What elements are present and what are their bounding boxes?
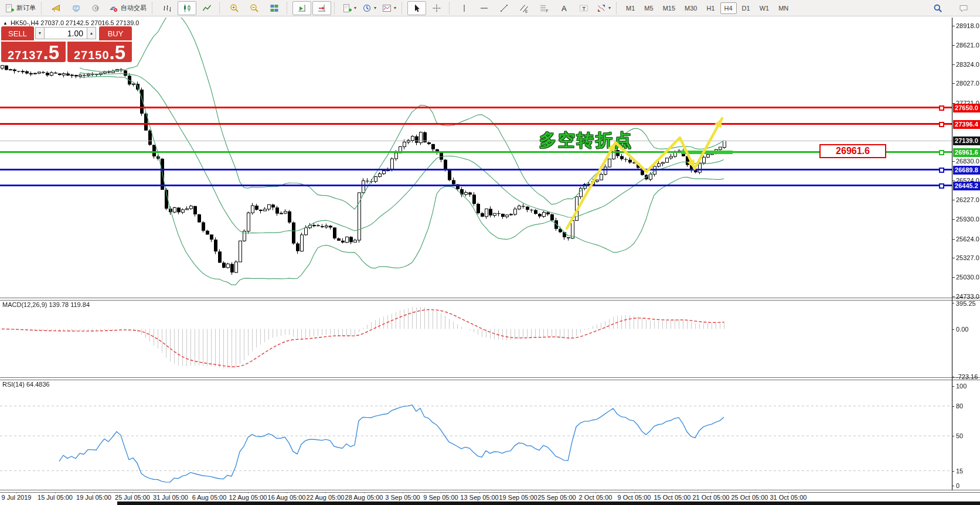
label-button[interactable]: T: [574, 1, 593, 15]
zoom-out-button[interactable]: [245, 1, 264, 15]
price-axis-tick-mark: [952, 219, 955, 220]
chevron-down-icon[interactable]: ▾: [374, 5, 376, 11]
turning-point-annotation[interactable]: 多空转折点: [539, 129, 633, 152]
time-axis-label: 28 Aug 05:00: [345, 494, 383, 501]
time-axis-splitter[interactable]: [0, 490, 980, 493]
autotrading-button[interactable]: 自动交易: [107, 1, 149, 15]
candlestick-chart-button[interactable]: [178, 1, 196, 15]
price-level-flag[interactable]: 26961.6: [819, 144, 886, 158]
signals-button[interactable]: [87, 1, 106, 15]
rsi-axis-label: 0: [956, 482, 959, 489]
horizontal-level-line[interactable]: [0, 185, 952, 186]
rsi-pane-splitter[interactable]: [0, 377, 980, 380]
toolbar-separator: [449, 2, 452, 14]
cursor-button[interactable]: [407, 1, 426, 15]
crosshair-button[interactable]: [427, 1, 446, 15]
green-highlight-segment[interactable]: [681, 151, 733, 154]
timeframe-h1-button[interactable]: H1: [702, 2, 719, 14]
timeframe-m15-button[interactable]: M15: [659, 2, 679, 14]
level-price-badge: 27650.0: [953, 104, 980, 112]
text-button[interactable]: A: [554, 1, 573, 15]
buy-button[interactable]: BUY: [99, 26, 132, 40]
metaeditor-button[interactable]: [47, 1, 66, 15]
periods-button[interactable]: ▾: [360, 1, 379, 15]
collapse-triangle-icon[interactable]: ▲: [3, 21, 8, 26]
macd-indicator-canvas[interactable]: [0, 300, 952, 378]
level-price-badge: 26445.2: [953, 182, 980, 190]
rsi-indicator-canvas[interactable]: [0, 380, 952, 490]
price-axis-tick-label: 25327.0: [956, 254, 979, 261]
new-order-button[interactable]: 新订单: [2, 1, 38, 15]
line-handle[interactable]: [939, 122, 944, 127]
channel-button[interactable]: E: [515, 1, 533, 15]
time-axis-label: 25 Jul 05:00: [115, 494, 150, 501]
volume-input[interactable]: [45, 27, 87, 39]
chevron-down-icon[interactable]: ▾: [608, 5, 611, 11]
buy-price-button[interactable]: 27150 .5: [67, 42, 132, 62]
timeframe-m30-button[interactable]: M30: [680, 2, 701, 14]
horizontal-level-line[interactable]: [0, 123, 952, 125]
horizontal-level-line[interactable]: [0, 107, 952, 108]
line-chart-button[interactable]: [198, 1, 216, 15]
chevron-down-icon[interactable]: ▾: [394, 5, 396, 11]
new-order-button-label: 新订单: [16, 4, 36, 12]
fibonacci-button[interactable]: F: [535, 1, 553, 15]
arrows-button[interactable]: ▾: [594, 1, 613, 15]
toolbar-right-icons: [928, 1, 978, 15]
sell-price-main: 27137: [8, 49, 43, 62]
macd-pane-splitter[interactable]: [0, 298, 980, 301]
timeframe-h4-button[interactable]: H4: [720, 2, 737, 14]
chevron-down-icon[interactable]: ▾: [354, 5, 356, 11]
price-axis-tick-label: 25624.0: [956, 236, 979, 243]
chart-shift-button[interactable]: [312, 1, 331, 15]
price-axis-tick-label: 26830.0: [956, 158, 979, 165]
price-axis-tick-mark: [952, 64, 955, 65]
line-handle[interactable]: [939, 150, 944, 155]
toolbar-separator: [41, 2, 44, 14]
price-axis-tick-label: 25930.0: [956, 216, 979, 223]
trendline-button[interactable]: [495, 1, 513, 15]
sell-button[interactable]: SELL: [1, 26, 34, 40]
rsi-axis-tick-mark: [952, 486, 954, 486]
sell-price-button[interactable]: 27137 .5: [1, 42, 66, 62]
terminal-button[interactable]: [67, 1, 86, 15]
main-chart-canvas[interactable]: [0, 18, 952, 298]
toolbar-separator: [219, 2, 222, 14]
search-button[interactable]: [928, 1, 947, 15]
time-axis-label: 9 Oct 05:00: [618, 494, 651, 501]
line-handle[interactable]: [939, 183, 944, 189]
timeframe-mn-button[interactable]: MN: [774, 2, 792, 14]
indicators-button[interactable]: ▾: [340, 1, 359, 15]
macd-axis-tick-mark: [952, 329, 954, 330]
horizontal-line-button[interactable]: [475, 1, 494, 15]
one-click-trading-panel: SELL ▼ ▲ BUY 27137 .5 27150 .5: [1, 26, 132, 62]
price-axis-line[interactable]: [952, 18, 952, 490]
timeframe-m1-button[interactable]: M1: [622, 2, 639, 14]
current-price-line[interactable]: [0, 141, 952, 141]
line-handle[interactable]: [939, 105, 944, 111]
timeframe-d1-button[interactable]: D1: [738, 2, 754, 14]
line-handle[interactable]: [939, 168, 944, 173]
time-axis-label: 19 Jul 05:00: [76, 494, 111, 501]
price-axis-tick-mark: [952, 26, 955, 26]
time-axis-label: 25 Oct 05:00: [731, 494, 768, 501]
horizontal-level-line[interactable]: [0, 169, 952, 170]
zoom-in-button[interactable]: [225, 1, 244, 15]
price-axis-tick-mark: [952, 296, 955, 297]
bar-chart-button[interactable]: [158, 1, 176, 15]
vertical-line-button[interactable]: [455, 1, 474, 15]
timeframe-w1-button[interactable]: W1: [756, 2, 774, 14]
volume-increase-button[interactable]: ▲: [87, 27, 96, 39]
price-axis-tick-label: 28324.0: [956, 61, 979, 68]
templates-button[interactable]: ▾: [380, 1, 399, 15]
time-axis-label: 31 Oct 05:00: [770, 494, 807, 501]
tile-windows-button[interactable]: [265, 1, 284, 15]
toolbar-separator: [287, 2, 290, 14]
time-axis-label: 3 Sep 05:00: [385, 494, 420, 501]
macd-label: MACD(12,26,9) 139.78 119.84: [2, 301, 90, 308]
chat-button[interactable]: [954, 1, 973, 15]
volume-decrease-button[interactable]: ▼: [35, 27, 45, 39]
auto-scroll-button[interactable]: [292, 1, 311, 15]
horizontal-level-line[interactable]: [0, 151, 952, 153]
timeframe-m5-button[interactable]: M5: [640, 2, 657, 14]
